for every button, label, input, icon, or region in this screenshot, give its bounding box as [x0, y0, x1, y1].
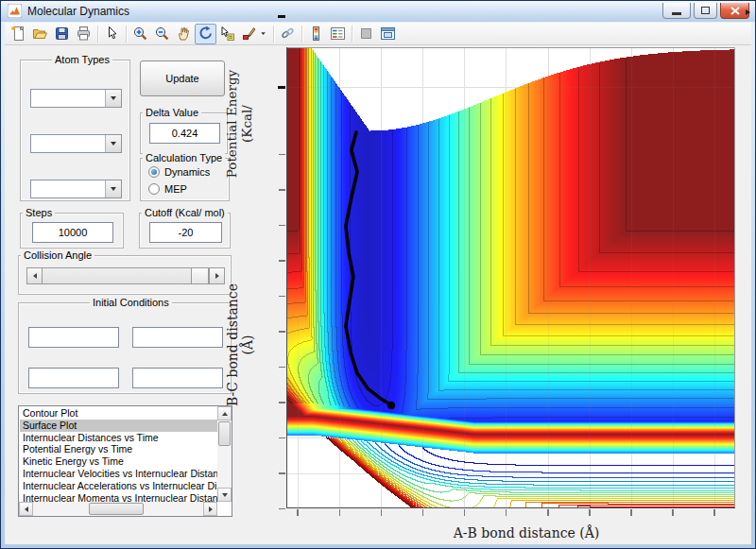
y-tick-mark [279, 225, 285, 227]
slider-thumb[interactable] [191, 267, 209, 284]
cutoff-field[interactable] [149, 222, 222, 243]
collision-angle-slider [26, 267, 225, 284]
slider-right-arrow[interactable] [209, 267, 225, 284]
x-axis-label: A-B bond distance (Å) [413, 525, 640, 540]
bc-distance-a--field[interactable] [28, 368, 119, 388]
list-item[interactable]: Surface Plot [20, 420, 217, 432]
dropdown-button[interactable] [105, 180, 121, 197]
new-figure-button[interactable] [8, 24, 29, 44]
y-tick-mark [279, 472, 285, 474]
y-tick-mark [279, 260, 285, 262]
window-title: Molecular Dynamics [27, 5, 129, 18]
dropdown-button[interactable] [105, 135, 121, 152]
hide-plot-tools-button[interactable] [355, 24, 377, 44]
hscroll-right-button[interactable] [203, 502, 217, 516]
toolbar-separator [94, 25, 101, 43]
radio-mep[interactable]: MEP [148, 183, 187, 195]
x-tick-mark [297, 509, 299, 516]
chevron-down-icon [111, 187, 116, 191]
vscroll-thumb[interactable] [218, 421, 231, 446]
x-tick-mark [422, 509, 424, 516]
steps-field[interactable] [32, 222, 113, 243]
x-tick-mark [464, 509, 466, 516]
list-item[interactable]: Internuclear Velocities vs Internuclear … [20, 468, 217, 480]
zoom-out-icon [154, 26, 170, 42]
brush-dropdown-button[interactable] [260, 24, 270, 44]
link-plot-button[interactable] [277, 24, 299, 44]
left-arrow-icon [25, 506, 28, 512]
x-tick-mark [547, 509, 549, 516]
delta-value-field[interactable] [149, 123, 220, 144]
right-arrow-icon [215, 273, 219, 279]
list-item[interactable]: Internuclear Accelerations vs Internucle… [20, 480, 217, 492]
hide-plot-tools-icon [358, 26, 374, 42]
y-tick-mark [279, 508, 285, 510]
radio-mep-dot [148, 183, 160, 195]
x-tick-mark [381, 509, 383, 516]
slider-left-arrow[interactable] [26, 267, 43, 284]
insert-colorbar-button[interactable] [305, 24, 327, 44]
bc-momentum-field[interactable] [132, 368, 223, 388]
y-tick-mark [279, 437, 285, 439]
rotate-3d-button[interactable] [195, 24, 216, 44]
zoom-out-button[interactable] [151, 24, 173, 44]
radio-dynamics[interactable]: Dynamics [148, 166, 210, 178]
show-plot-tools-button[interactable] [377, 24, 399, 44]
x-tick-mark [506, 509, 507, 516]
edit-plot-icon [104, 26, 120, 42]
x-tick-mark [713, 509, 715, 516]
x-tick-mark [630, 509, 632, 516]
minimize-icon [672, 12, 681, 15]
hscroll-thumb[interactable] [89, 503, 144, 515]
save-figure-button[interactable] [51, 24, 73, 44]
save-figure-icon [54, 26, 70, 42]
zoom-in-button[interactable] [129, 24, 151, 44]
atom-a-dropdown[interactable] [30, 89, 122, 108]
list-item[interactable]: Contour Plot [20, 407, 217, 420]
atom-b-dropdown[interactable] [30, 134, 122, 153]
cutoff-panel: Cutoff (Kcal/ mol) [139, 213, 231, 249]
z-tick-mark [278, 86, 285, 89]
vscroll-down-button[interactable] [217, 488, 232, 502]
list-item[interactable]: Kinetic Energy vs Time [20, 455, 217, 468]
list-item[interactable]: Internuclear Distances vs Time [20, 432, 217, 444]
calculation-type-title: Calculation Type [143, 152, 225, 163]
x-tick-mark [339, 509, 341, 516]
data-cursor-button[interactable] [216, 24, 238, 44]
close-icon [730, 7, 740, 15]
atom-types-panel: Atom Types [20, 60, 130, 201]
open-file-button[interactable] [29, 24, 51, 44]
ab-distance-a--field[interactable] [28, 327, 119, 348]
radio-dynamics-dot [148, 166, 160, 178]
print-figure-button[interactable] [73, 24, 94, 44]
steps-title: Steps [23, 207, 55, 218]
open-file-icon [32, 26, 48, 42]
y-tick-mark [279, 296, 285, 298]
right-arrow-icon [209, 506, 213, 512]
pan-button[interactable] [173, 24, 195, 44]
pes-surface-plot-canvas[interactable] [286, 47, 735, 508]
toolbar-separator [299, 25, 305, 43]
toolbar-separator [123, 25, 129, 43]
toolbar-overflow-icon[interactable] [746, 9, 750, 15]
insert-legend-button[interactable] [327, 24, 349, 44]
chevron-down-icon [111, 142, 116, 146]
z-axis-label: Potential Energy (Kcal/ [224, 53, 254, 195]
brush-dropdown-icon [260, 26, 270, 42]
update-button[interactable]: Update [140, 60, 225, 96]
maximize-button[interactable] [694, 3, 717, 19]
atom-c-dropdown[interactable] [30, 180, 122, 198]
maximize-icon [701, 7, 710, 14]
y-tick-mark [279, 402, 285, 403]
dropdown-button[interactable] [105, 90, 121, 107]
toolbar-separator [349, 25, 355, 43]
list-item[interactable]: Potential Energy vs Time [20, 443, 217, 455]
left-arrow-icon [33, 273, 37, 279]
edit-plot-button[interactable] [101, 24, 123, 44]
ab-momentum-field[interactable] [132, 327, 223, 348]
minimize-button[interactable] [662, 3, 691, 19]
brush-button[interactable] [238, 24, 260, 44]
pan-icon [176, 26, 192, 42]
hscroll-left-button[interactable] [19, 502, 33, 516]
insert-legend-icon [330, 26, 346, 42]
